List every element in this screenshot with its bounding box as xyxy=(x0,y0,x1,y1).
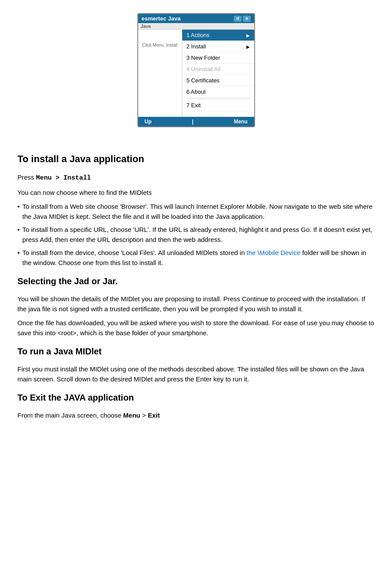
run-midlet-heading: To run a Java MIDlet xyxy=(17,347,375,357)
run-midlet-text: First you must install the MIDlet using … xyxy=(17,364,375,384)
section-run-midlet: To run a Java MIDlet First you must inst… xyxy=(17,347,375,384)
section-install-java: To install a Java application Press Menu… xyxy=(17,153,375,268)
menu-item-actions[interactable]: 1 Actions xyxy=(182,30,254,41)
bullet-local-files: • To install from the device, choose 'Lo… xyxy=(17,248,375,268)
exit-java-text: From the main Java screen, choose Menu >… xyxy=(17,411,375,421)
press-menu-install: Press Menu > Install xyxy=(17,173,375,184)
exit-label: Exit xyxy=(148,411,160,419)
phone-title-label: esmertec Java xyxy=(142,15,181,22)
phone-titlebar: esmertec Java ↺ ✕ xyxy=(138,14,254,23)
menu-item-certificates[interactable]: 5 Certificates xyxy=(182,75,254,86)
menu-item-uninstall-all[interactable]: 4 Uninstall All xyxy=(182,64,254,75)
bullet-dot-1: • xyxy=(17,202,20,212)
selecting-jad-heading: Selecting the Jad or Jar. xyxy=(17,276,375,286)
jad-details-text: You will be shown the details of the MID… xyxy=(17,294,375,314)
refresh-icon: ↺ xyxy=(234,16,242,22)
phone-menu: 1 Actions 2 Install 3 New Folder 4 Unins… xyxy=(182,30,254,117)
install-java-heading: To install a Java application xyxy=(17,153,375,165)
phone-tab: Java xyxy=(138,23,254,30)
phone-left-text: Click Menu, Install xyxy=(138,30,182,117)
menu-item-about[interactable]: 6 About xyxy=(182,86,254,98)
jad-download-text: Once the file has downloaded, you will b… xyxy=(17,318,375,338)
mobile-device-link[interactable]: the \Mobile Device xyxy=(247,249,300,256)
softkey-right[interactable]: Menu xyxy=(234,119,247,125)
phone-body: Click Menu, Install 1 Actions 2 Install … xyxy=(138,30,254,117)
softkey-divider: | xyxy=(192,119,193,125)
choose-where-text: You can now choose where to find the MID… xyxy=(17,188,375,198)
menu-arrow-actions xyxy=(246,32,250,38)
menu-item-new-folder[interactable]: 3 New Folder xyxy=(182,52,254,64)
phone-screenshot: esmertec Java ↺ ✕ Java Click Menu, Insta… xyxy=(137,13,255,127)
menu-item-install[interactable]: 2 Install xyxy=(182,41,254,52)
main-content: To install a Java application Press Menu… xyxy=(17,140,375,429)
bullet-dot-2: • xyxy=(17,225,20,235)
section-exit-java: To Exit the JAVA application From the ma… xyxy=(17,393,375,421)
menu-arrow-install xyxy=(246,43,250,50)
close-icon: ✕ xyxy=(243,16,251,22)
section-selecting-jad: Selecting the Jad or Jar. You will be sh… xyxy=(17,276,375,338)
phone-softkeys: Up | Menu xyxy=(138,117,254,126)
bullet-local-files-text: To install from the device, choose 'Loca… xyxy=(22,248,375,268)
softkey-left[interactable]: Up xyxy=(145,119,152,125)
menu-separator xyxy=(187,99,250,99)
exit-menu-label: Menu xyxy=(123,411,140,419)
bullet-dot-3: • xyxy=(17,248,20,258)
menu-item-exit[interactable]: 7 Exit xyxy=(182,100,254,111)
bullet-browser-text: To install from a Web site choose 'Brows… xyxy=(22,202,375,221)
exit-java-heading: To Exit the JAVA application xyxy=(17,393,375,403)
menu-install-command: Menu > Install xyxy=(36,174,91,182)
bullet-url-text: To install from a specific URL, choose '… xyxy=(22,225,375,245)
bullet-browser: • To install from a Web site choose 'Bro… xyxy=(17,202,375,221)
bullet-url: • To install from a specific URL, choose… xyxy=(17,225,375,245)
titlebar-icons: ↺ ✕ xyxy=(234,16,251,22)
